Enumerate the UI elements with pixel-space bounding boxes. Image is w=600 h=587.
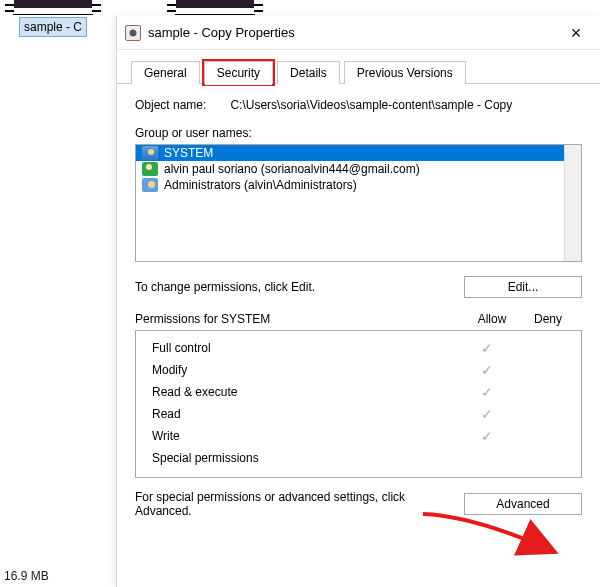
object-name-label: Object name:	[135, 98, 206, 112]
permissions-header: Permissions for SYSTEM	[135, 312, 270, 326]
tab-details[interactable]: Details	[277, 61, 340, 84]
video-thumb-1[interactable]: sample - C	[14, 0, 92, 37]
list-item: SYSTEM	[136, 145, 581, 161]
edit-button[interactable]: Edit...	[464, 276, 582, 298]
perm-row: Modify ✓	[146, 359, 571, 381]
list-item: Administrators (alvin\Administrators)	[136, 177, 581, 193]
check-icon: ✓	[459, 428, 515, 444]
advanced-button[interactable]: Advanced	[464, 493, 582, 515]
list-item-label: alvin paul soriano (sorianoalvin444@gmai…	[164, 162, 420, 176]
group-users-list[interactable]: SYSTEM alvin paul soriano (sorianoalvin4…	[135, 144, 582, 262]
perm-name: Special permissions	[146, 451, 459, 465]
list-item-label: SYSTEM	[164, 146, 213, 160]
window-title: sample - Copy Properties	[148, 25, 295, 40]
perm-name: Write	[146, 429, 459, 443]
close-icon[interactable]: ×	[556, 18, 596, 48]
titlebar: sample - Copy Properties ×	[117, 16, 600, 50]
edit-hint: To change permissions, click Edit.	[135, 280, 315, 294]
list-item-label: Administrators (alvin\Administrators)	[164, 178, 357, 192]
check-icon: ✓	[459, 384, 515, 400]
perm-row: Write ✓	[146, 425, 571, 447]
list-item: alvin paul soriano (sorianoalvin444@gmai…	[136, 161, 581, 177]
users-icon	[142, 178, 158, 192]
check-icon: ✓	[459, 340, 515, 356]
check-icon: ✓	[459, 362, 515, 378]
perm-row: Special permissions	[146, 447, 571, 469]
scrollbar[interactable]	[564, 145, 581, 261]
video-thumb-2[interactable]	[176, 0, 254, 14]
tab-strip: General Security Details Previous Versio…	[117, 50, 600, 84]
tab-security[interactable]: Security	[204, 61, 273, 84]
perm-name: Full control	[146, 341, 459, 355]
object-name-value: C:\Users\soria\Videos\sample-content\sam…	[230, 98, 512, 112]
allow-header: Allow	[464, 312, 520, 326]
advanced-hint: For special permissions or advanced sett…	[135, 490, 435, 518]
file-label: sample - C	[19, 17, 87, 37]
perm-row: Read ✓	[146, 403, 571, 425]
status-filesize: 16.9 MB	[4, 569, 49, 583]
perm-name: Modify	[146, 363, 459, 377]
perm-name: Read	[146, 407, 459, 421]
perm-name: Read & execute	[146, 385, 459, 399]
perm-row: Full control ✓	[146, 337, 571, 359]
check-icon: ✓	[459, 406, 515, 422]
group-users-label: Group or user names:	[135, 126, 582, 140]
properties-window: sample - Copy Properties × General Secur…	[116, 16, 600, 587]
users-icon	[142, 146, 158, 160]
tab-body: Object name: C:\Users\soria\Videos\sampl…	[117, 84, 600, 532]
perm-row: Read & execute ✓	[146, 381, 571, 403]
tab-general[interactable]: General	[131, 61, 200, 84]
deny-header: Deny	[520, 312, 576, 326]
permissions-box: Full control ✓ Modify ✓ Read & execute ✓…	[135, 330, 582, 478]
tab-previous-versions[interactable]: Previous Versions	[344, 61, 466, 84]
user-icon	[142, 162, 158, 176]
window-icon	[125, 25, 141, 41]
